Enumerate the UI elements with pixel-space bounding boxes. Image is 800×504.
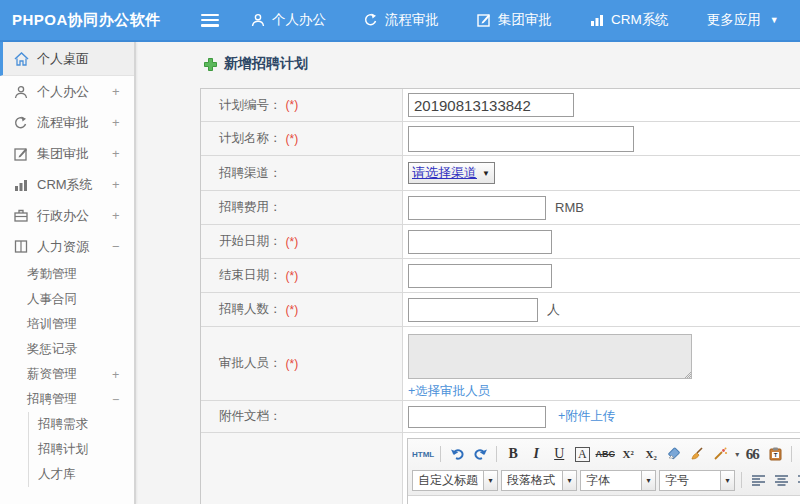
sidebar-item-workflow-approval[interactable]: 流程审批 + [0, 107, 134, 138]
sidebar-item-crm[interactable]: CRM系统 + [0, 169, 134, 200]
recruit-plan-form: 计划编号：(*) 计划名称：(*) 招聘渠道： 请选择渠道 ▼ [200, 88, 800, 504]
font-size-select[interactable]: 字号▾ [659, 470, 735, 491]
caret-down-icon: ▾ [642, 470, 656, 491]
book-icon [13, 240, 29, 253]
blockquote-button[interactable]: 66 [742, 444, 762, 464]
expand-icon[interactable]: + [112, 177, 134, 192]
border-text-button[interactable]: A [575, 447, 590, 462]
caret-down-icon: ▼ [770, 15, 779, 25]
top-bar: PHPOA协同办公软件 个人办公 流程审批 集团审批 [0, 0, 800, 42]
format-brush-icon[interactable] [687, 444, 707, 464]
nav-group-approval[interactable]: 集团审批 [477, 11, 552, 29]
sidebar-item-talent-pool[interactable]: 人才库 [29, 462, 134, 487]
recruit-submenu: 招聘需求 招聘计划 人才库 [28, 412, 134, 487]
sidebar-item-personal-office[interactable]: 个人办公 + [0, 76, 134, 107]
plan-number-input[interactable] [408, 93, 574, 117]
underline-button[interactable]: U [549, 444, 569, 464]
sidebar-item-attendance[interactable]: 考勤管理 [0, 262, 134, 287]
rich-text-editor: HTML B I U [407, 438, 800, 504]
user-icon [251, 13, 265, 27]
sidebar-item-desktop[interactable]: 个人桌面 [0, 42, 134, 76]
paste-text-icon[interactable]: T [765, 444, 785, 464]
strikethrough-button[interactable]: ABC [595, 444, 615, 464]
briefcase-icon [13, 209, 29, 222]
sidebar: 个人桌面 个人办公 + 流程审批 + 集团审批 + [0, 42, 136, 504]
expand-icon[interactable]: + [112, 368, 134, 382]
form-row-headcount: 招聘人数：(*) 人 [201, 293, 800, 327]
attachment-upload-link[interactable]: +附件上传 [558, 408, 615, 425]
attachment-input[interactable] [408, 406, 546, 428]
form-row-attachment: 附件文档： +附件上传 [201, 401, 800, 433]
svg-text:T: T [773, 452, 777, 458]
caret-down-icon[interactable]: ▾ [735, 450, 739, 459]
chart-icon [590, 13, 604, 27]
font-family-select[interactable]: 字体▾ [580, 470, 656, 491]
sidebar-item-admin-office[interactable]: 行政办公 + [0, 200, 134, 231]
chart-icon [13, 178, 29, 192]
collapse-icon[interactable]: − [112, 393, 134, 407]
auto-format-icon[interactable] [710, 444, 730, 464]
align-right-icon[interactable] [794, 470, 800, 490]
workflow-icon [364, 13, 378, 27]
expand-icon[interactable]: + [112, 84, 134, 99]
sidebar-item-training[interactable]: 培训管理 [0, 312, 134, 337]
eraser-icon[interactable] [664, 444, 684, 464]
form-row-recruit-channel: 招聘渠道： 请选择渠道 ▼ [201, 156, 800, 191]
sidebar-item-group-approval[interactable]: 集团审批 + [0, 138, 134, 169]
caret-down-icon: ▾ [563, 470, 577, 491]
sidebar-item-rewards[interactable]: 奖惩记录 [0, 337, 134, 362]
sidebar-item-recruit-plan[interactable]: 招聘计划 [29, 437, 134, 462]
align-left-icon[interactable] [748, 470, 768, 490]
edit-icon [477, 13, 491, 27]
channel-select[interactable]: 请选择渠道 ▼ [408, 162, 495, 184]
workflow-icon [13, 116, 29, 130]
redo-icon[interactable] [470, 444, 490, 464]
nav-crm-system[interactable]: CRM系统 [590, 11, 669, 29]
main-content: 新增招聘计划 计划编号：(*) 计划名称：(*) 招聘渠道： 请选择渠道 [138, 42, 800, 504]
paragraph-format-select[interactable]: 段落格式▾ [501, 470, 577, 491]
superscript-button[interactable]: X² [618, 444, 638, 464]
sidebar-item-recruit-mgmt[interactable]: 招聘管理 − [0, 387, 134, 412]
headcount-input[interactable] [408, 298, 538, 322]
editor-content-area[interactable] [408, 496, 800, 504]
approver-textarea[interactable] [408, 334, 692, 379]
select-approver-link[interactable]: +选择审批人员 [408, 383, 490, 400]
undo-icon[interactable] [447, 444, 467, 464]
nav-workflow-approval[interactable]: 流程审批 [364, 11, 439, 29]
sidebar-item-hr-contract[interactable]: 人事合同 [0, 287, 134, 312]
nav-more-apps[interactable]: 更多应用 ▼ [707, 11, 779, 29]
align-center-icon[interactable] [771, 470, 791, 490]
html-source-button[interactable]: HTML [412, 444, 434, 464]
end-date-input[interactable] [408, 264, 552, 288]
user-icon [13, 85, 29, 99]
unit-suffix: 人 [547, 301, 560, 319]
add-plus-icon [204, 58, 217, 71]
nav-personal-office[interactable]: 个人办公 [251, 11, 326, 29]
italic-button[interactable]: I [526, 444, 546, 464]
sidebar-item-hr[interactable]: 人力资源 − [0, 231, 134, 262]
form-row-plan-number: 计划编号：(*) [201, 89, 800, 122]
sidebar-item-salary[interactable]: 薪资管理 + [0, 362, 134, 387]
expand-icon[interactable]: + [112, 146, 134, 161]
page-title: 新增招聘计划 [138, 42, 800, 73]
home-icon [13, 52, 29, 66]
app-window: PHPOA协同办公软件 个人办公 流程审批 集团审批 [0, 0, 800, 504]
custom-title-select[interactable]: 自定义标题▾ [412, 470, 498, 491]
start-date-input[interactable] [408, 230, 552, 254]
collapse-icon[interactable]: − [112, 239, 134, 254]
form-row-end-date: 结束日期：(*) [201, 259, 800, 293]
form-row-start-date: 开始日期：(*) [201, 225, 800, 259]
expand-icon[interactable]: + [112, 208, 134, 223]
form-row-editor: HTML B I U [201, 433, 800, 504]
expand-icon[interactable]: + [112, 115, 134, 130]
plan-name-input[interactable] [408, 126, 634, 152]
caret-down-icon: ▾ [484, 470, 498, 491]
recruit-cost-input[interactable] [408, 196, 546, 220]
sidebar-item-recruit-demand[interactable]: 招聘需求 [29, 412, 134, 437]
bold-button[interactable]: B [503, 444, 523, 464]
editor-toolbar: HTML B I U [408, 439, 800, 496]
caret-down-icon: ▼ [482, 169, 490, 178]
subscript-button[interactable]: X₂ [641, 444, 661, 464]
hamburger-menu-icon[interactable] [201, 14, 219, 27]
currency-suffix: RMB [555, 200, 584, 215]
